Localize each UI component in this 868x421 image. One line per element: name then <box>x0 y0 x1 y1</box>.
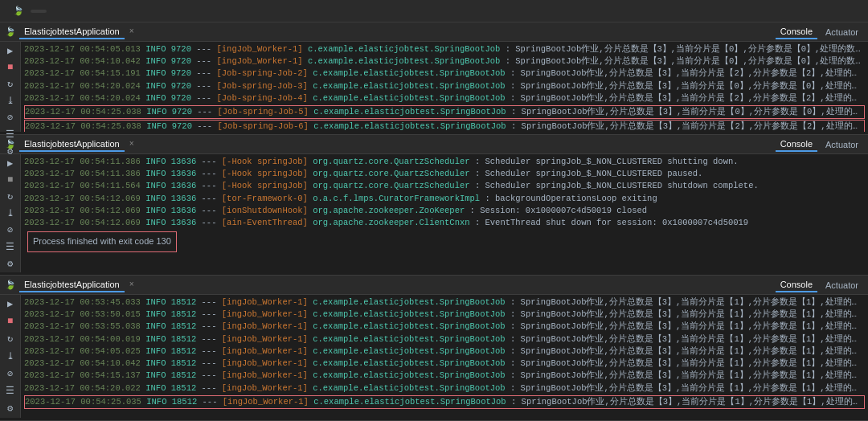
panel-2-log-area: 2023-12-17 00:54:11.386 INFO 13636 --- [… <box>21 154 868 272</box>
panel-2-tab-console[interactable]: Console <box>776 137 817 152</box>
log-line: 2023-12-17 00:54:25.038 INFO 9720 --- [J… <box>24 105 865 119</box>
panel-1-body: ▶ ■ ↻ ⤓ ⊘ ☰ ⚙ 2023-12-17 00:54:05.013 IN… <box>0 42 868 132</box>
panel-3-spring-icon: 🍃 <box>5 280 16 290</box>
panel-3: 🍃 ElasticjobtestApplication × Console Ac… <box>0 276 868 421</box>
spring-icon: 🍃 <box>13 6 24 16</box>
panel-1-side-toolbar: ▶ ■ ↻ ⤓ ⊘ ☰ ⚙ <box>0 42 21 132</box>
panel-2-header: 🍃 ElasticjobtestApplication × Console Ac… <box>0 135 868 154</box>
panel-1-log-area: 2023-12-17 00:54:05.013 INFO 9720 --- [i… <box>21 42 868 132</box>
play-button-2[interactable]: ▶ <box>3 157 18 170</box>
panel-2-title: ElasticjobtestApplication <box>19 137 125 152</box>
log-line: 2023-12-17 00:54:11.386 INFO 13636 --- [… <box>24 156 865 168</box>
scroll-button-3[interactable]: ⤓ <box>3 350 18 363</box>
panel-3-tab-actuator[interactable]: Actuator <box>821 279 863 292</box>
log-line: 2023-12-17 00:54:25.038 INFO 9720 --- [J… <box>24 120 865 132</box>
stop-button-1[interactable]: ■ <box>3 62 18 73</box>
run-tab[interactable] <box>31 10 47 13</box>
log-line: 2023-12-17 00:53:45.033 INFO 18512 --- [… <box>24 296 865 309</box>
log-line: 2023-12-17 00:54:10.042 INFO 9720 --- [i… <box>24 55 865 67</box>
panel-3-tab-console[interactable]: Console <box>776 278 817 292</box>
filter-button-2[interactable]: ☰ <box>3 241 18 253</box>
clear-button-2[interactable]: ⊘ <box>3 224 18 236</box>
clear-button-1[interactable]: ⊘ <box>3 112 18 124</box>
panels-container: 🍃 ElasticjobtestApplication × Console Ac… <box>0 22 868 421</box>
log-line: 2023-12-17 00:54:15.137 INFO 18512 --- [… <box>24 370 865 382</box>
panel-2-close[interactable]: × <box>129 140 134 149</box>
settings-button-2[interactable]: ⚙ <box>3 258 18 270</box>
clear-button-3[interactable]: ⊘ <box>3 367 18 380</box>
panel-1-header: 🍃 ElasticjobtestApplication × Console Ac… <box>0 22 868 42</box>
log-line: 2023-12-17 00:54:11.564 INFO 13636 --- [… <box>24 180 865 192</box>
rerun-button-2[interactable]: ↻ <box>3 190 18 202</box>
panel-1-spring-icon: 🍃 <box>5 27 16 37</box>
log-line: 2023-12-17 00:54:20.024 INFO 9720 --- [J… <box>24 80 865 92</box>
stop-button-2[interactable]: ■ <box>3 174 18 186</box>
panel-1: 🍃 ElasticjobtestApplication × Console Ac… <box>0 22 868 135</box>
play-button-3[interactable]: ▶ <box>3 298 18 311</box>
scroll-button-2[interactable]: ⤓ <box>3 207 18 219</box>
panel-1-title: ElasticjobtestApplication <box>19 25 125 39</box>
panel-3-close[interactable]: × <box>129 280 134 289</box>
log-line: 2023-12-17 00:54:12.069 INFO 13636 --- [… <box>24 205 865 217</box>
panel-2: 🍃 ElasticjobtestApplication × Console Ac… <box>0 135 868 276</box>
log-line: 2023-12-17 00:54:11.386 INFO 13636 --- [… <box>24 168 865 180</box>
panel-2-spring-icon: 🍃 <box>5 139 16 149</box>
panel-1-tab-console[interactable]: Console <box>776 25 817 39</box>
stop-button-3[interactable]: ■ <box>3 316 18 329</box>
log-line: 2023-12-17 00:54:25.035 INFO 18512 --- [… <box>24 395 865 409</box>
log-line: 2023-12-17 00:54:15.191 INFO 9720 --- [J… <box>24 67 865 80</box>
rerun-button-1[interactable]: ↻ <box>3 78 18 90</box>
log-line: 2023-12-17 00:53:50.015 INFO 18512 --- [… <box>24 309 865 321</box>
run-toolbar: 🍃 <box>0 0 868 22</box>
panel-3-title: ElasticjobtestApplication <box>19 278 125 292</box>
panel-1-close[interactable]: × <box>129 27 134 36</box>
play-button-1[interactable]: ▶ <box>3 45 18 57</box>
process-finished-line: Process finished with exit code 130 <box>24 229 865 255</box>
log-line: 2023-12-17 00:54:05.025 INFO 18512 --- [… <box>24 345 865 358</box>
log-line: 2023-12-17 00:54:12.069 INFO 13636 --- [… <box>24 193 865 205</box>
rerun-button-3[interactable]: ↻ <box>3 333 18 345</box>
panel-2-side-toolbar: ▶ ■ ↻ ⤓ ⊘ ☰ ⚙ <box>0 154 21 272</box>
log-line: 2023-12-17 00:54:20.022 INFO 18512 --- [… <box>24 382 865 394</box>
log-line: 2023-12-17 00:53:55.038 INFO 18512 --- [… <box>24 321 865 333</box>
log-line: 2023-12-17 00:54:00.019 INFO 18512 --- [… <box>24 333 865 345</box>
panel-2-body: ▶ ■ ↻ ⤓ ⊘ ☰ ⚙ 2023-12-17 00:54:11.386 IN… <box>0 154 868 272</box>
scroll-button-1[interactable]: ⤓ <box>3 95 18 107</box>
log-line: 2023-12-17 00:54:05.013 INFO 9720 --- [i… <box>24 43 865 55</box>
panel-3-log-area: 2023-12-17 00:53:45.033 INFO 18512 --- [… <box>21 295 868 418</box>
panel-3-header: 🍃 ElasticjobtestApplication × Console Ac… <box>0 276 868 295</box>
panel-1-tab-actuator[interactable]: Actuator <box>821 26 863 39</box>
log-line: 2023-12-17 00:54:10.042 INFO 18512 --- [… <box>24 358 865 370</box>
log-line: 2023-12-17 00:54:20.024 INFO 9720 --- [J… <box>24 92 865 104</box>
log-line: 2023-12-17 00:54:12.069 INFO 13636 --- [… <box>24 217 865 229</box>
panel-3-body: ▶ ■ ↻ ⤓ ⊘ ☰ ⚙ 2023-12-17 00:53:45.033 IN… <box>0 295 868 418</box>
panel-2-tab-actuator[interactable]: Actuator <box>821 138 863 151</box>
panel-3-side-toolbar: ▶ ■ ↻ ⤓ ⊘ ☰ ⚙ <box>0 295 21 418</box>
settings-button-3[interactable]: ⚙ <box>3 402 18 415</box>
filter-button-3[interactable]: ☰ <box>3 385 18 398</box>
